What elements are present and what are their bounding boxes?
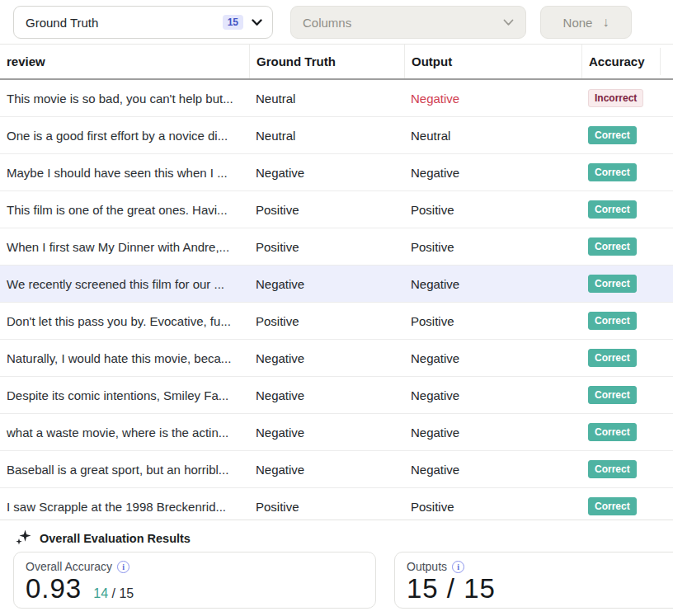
- accuracy-cell[interactable]: Correct: [581, 266, 673, 302]
- overall-accuracy-card: Overall Accuracy i 0.93 14 / 15: [13, 552, 376, 609]
- table-row[interactable]: Despite its comic intentions, Smiley Fa.…: [0, 377, 673, 414]
- ground-truth-cell[interactable]: Positive: [249, 191, 404, 228]
- review-cell[interactable]: Naturally, I would hate this movie, beca…: [0, 340, 249, 376]
- outputs-card: Outputs i 15 / 15: [394, 552, 673, 609]
- output-cell[interactable]: Positive: [404, 191, 581, 228]
- chevron-down-icon: [252, 19, 262, 26]
- output-cell[interactable]: Negative: [404, 80, 581, 116]
- output-cell[interactable]: Negative: [404, 451, 581, 487]
- accuracy-fraction: 14 / 15: [93, 586, 134, 601]
- header-column-divider: [660, 48, 661, 75]
- accuracy-cell[interactable]: Correct: [581, 451, 673, 487]
- accuracy-cell[interactable]: Correct: [581, 154, 673, 190]
- accuracy-badge: Correct: [588, 460, 637, 478]
- ground-truth-cell[interactable]: Positive: [249, 228, 404, 265]
- review-cell[interactable]: Don't let this pass you by. Evocative, f…: [0, 303, 249, 339]
- review-cell[interactable]: This film is one of the great ones. Havi…: [0, 191, 249, 228]
- table-row[interactable]: We recently screened this film for our .…: [0, 266, 673, 303]
- table-row[interactable]: One is a good first effort by a novice d…: [0, 117, 673, 154]
- review-cell[interactable]: One is a good first effort by a novice d…: [0, 117, 249, 153]
- sort-button-label: None: [563, 16, 593, 30]
- output-cell[interactable]: Negative: [404, 377, 581, 413]
- output-cell[interactable]: Negative: [404, 414, 581, 450]
- chevron-down-icon: [503, 15, 514, 30]
- accuracy-badge: Correct: [588, 275, 637, 293]
- accuracy-badge: Correct: [588, 497, 637, 515]
- accuracy-badge: Correct: [588, 163, 637, 181]
- info-icon[interactable]: i: [117, 561, 129, 573]
- accuracy-cell[interactable]: Correct: [581, 377, 673, 413]
- output-cell[interactable]: Negative: [404, 340, 581, 376]
- results-table: review Ground Truth Output Accuracy This…: [0, 45, 673, 525]
- columns-select-placeholder: Columns: [303, 16, 351, 30]
- column-header-review[interactable]: review: [0, 45, 249, 78]
- dataset-select[interactable]: Ground Truth 15: [13, 6, 273, 39]
- output-cell[interactable]: Negative: [404, 266, 581, 302]
- review-cell[interactable]: When I first saw My Dinner with Andre,..…: [0, 228, 249, 265]
- sparkles-icon: [15, 529, 31, 548]
- table-row[interactable]: Baseball is a great sport, but an horrib…: [0, 451, 673, 488]
- ground-truth-cell[interactable]: Negative: [249, 340, 404, 376]
- ground-truth-cell[interactable]: Negative: [249, 266, 404, 302]
- accuracy-badge: Correct: [588, 126, 637, 144]
- accuracy-badge: Correct: [588, 423, 637, 441]
- ground-truth-cell[interactable]: Neutral: [249, 117, 404, 153]
- table-row[interactable]: When I first saw My Dinner with Andre,..…: [0, 228, 673, 266]
- table-row[interactable]: This film is one of the great ones. Havi…: [0, 191, 673, 228]
- ground-truth-cell[interactable]: Negative: [249, 154, 404, 190]
- sort-button[interactable]: None ↓: [540, 6, 632, 39]
- columns-select[interactable]: Columns: [290, 6, 526, 39]
- accuracy-badge: Correct: [588, 237, 637, 256]
- ground-truth-cell[interactable]: Negative: [249, 414, 404, 450]
- table-row[interactable]: This movie is so bad, you can't help but…: [0, 80, 673, 117]
- table-row[interactable]: what a waste movie, where is the actin..…: [0, 414, 673, 451]
- column-header-ground-truth[interactable]: Ground Truth: [249, 45, 404, 78]
- output-cell[interactable]: Neutral: [404, 117, 581, 153]
- review-cell[interactable]: Despite its comic intentions, Smiley Fa.…: [0, 377, 249, 413]
- metric-cards: Overall Accuracy i 0.93 14 / 15 Outputs …: [13, 552, 673, 609]
- accuracy-cell[interactable]: Correct: [581, 228, 673, 265]
- table-row[interactable]: Maybe I should have seen this when I ...…: [0, 154, 673, 191]
- review-cell[interactable]: what a waste movie, where is the actin..…: [0, 414, 249, 450]
- ground-truth-cell[interactable]: Positive: [249, 303, 404, 339]
- accuracy-badge: Correct: [588, 386, 637, 404]
- table-body: This movie is so bad, you can't help but…: [0, 80, 673, 525]
- review-cell[interactable]: This movie is so bad, you can't help but…: [0, 80, 249, 116]
- accuracy-cell[interactable]: Correct: [581, 414, 673, 450]
- outputs-value: 15 / 15: [407, 573, 496, 604]
- output-cell[interactable]: Positive: [404, 303, 581, 339]
- accuracy-badge: Correct: [588, 349, 637, 367]
- row-count-badge: 15: [223, 15, 243, 30]
- outputs-label: Outputs: [407, 560, 447, 573]
- table-row[interactable]: Naturally, I would hate this movie, beca…: [0, 340, 673, 377]
- evaluation-results-page: Ground Truth 15 Columns None ↓ review Gr…: [0, 0, 673, 616]
- accuracy-badge: Incorrect: [588, 89, 643, 107]
- review-cell[interactable]: Maybe I should have seen this when I ...: [0, 154, 249, 190]
- dataset-select-label: Ground Truth: [26, 16, 223, 30]
- table-header: review Ground Truth Output Accuracy: [0, 45, 673, 80]
- accuracy-cell[interactable]: Incorrect: [581, 80, 673, 116]
- review-cell[interactable]: Baseball is a great sport, but an horrib…: [0, 451, 249, 487]
- overall-results-header: Overall Evaluation Results: [0, 520, 673, 548]
- accuracy-cell[interactable]: Correct: [581, 303, 673, 339]
- output-cell[interactable]: Negative: [404, 154, 581, 190]
- overall-accuracy-label: Overall Accuracy: [26, 560, 112, 573]
- ground-truth-cell[interactable]: Negative: [249, 451, 404, 487]
- overall-results-title: Overall Evaluation Results: [40, 532, 191, 545]
- ground-truth-cell[interactable]: Neutral: [249, 80, 404, 116]
- accuracy-cell[interactable]: Correct: [581, 340, 673, 376]
- accuracy-badge: Correct: [588, 312, 637, 330]
- info-icon[interactable]: i: [452, 561, 464, 573]
- overall-results-panel: Overall Evaluation Results Overall Accur…: [0, 520, 673, 616]
- column-header-output[interactable]: Output: [404, 45, 581, 78]
- accuracy-cell[interactable]: Correct: [581, 191, 673, 228]
- overall-accuracy-value: 0.93: [26, 573, 82, 604]
- arrow-down-icon: ↓: [602, 15, 609, 30]
- toolbar: Ground Truth 15 Columns None ↓: [0, 0, 673, 45]
- ground-truth-cell[interactable]: Negative: [249, 377, 404, 413]
- table-row[interactable]: Don't let this pass you by. Evocative, f…: [0, 303, 673, 340]
- accuracy-cell[interactable]: Correct: [581, 117, 673, 153]
- review-cell[interactable]: We recently screened this film for our .…: [0, 266, 249, 302]
- output-cell[interactable]: Positive: [404, 228, 581, 265]
- accuracy-badge: Correct: [588, 200, 637, 219]
